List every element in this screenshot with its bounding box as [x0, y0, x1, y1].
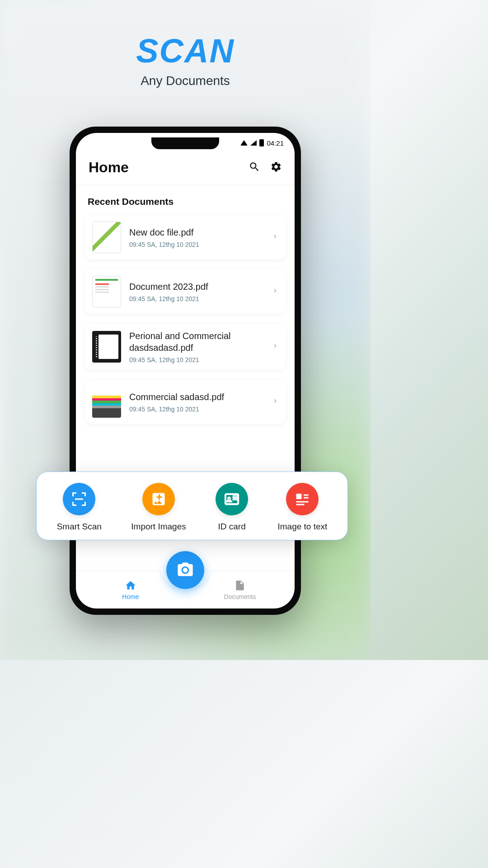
- svg-rect-3: [233, 499, 237, 500]
- phone-frame: 04:21 Home Recent Documents New doc file…: [70, 127, 301, 615]
- image-to-text-icon: [286, 483, 319, 515]
- action-label: Smart Scan: [57, 522, 102, 532]
- battery-icon: [259, 139, 264, 146]
- settings-icon[interactable]: [270, 161, 282, 175]
- document-thumbnail: [92, 331, 121, 363]
- chevron-right-icon[interactable]: [272, 288, 278, 296]
- chevron-right-icon[interactable]: [272, 233, 278, 241]
- action-sheet: Smart Scan Import Images ID card Image t…: [36, 472, 348, 540]
- svg-rect-2: [233, 497, 237, 498]
- app-header: Home: [76, 153, 295, 185]
- document-meta: 09:45 SA, 12thg 10 2021: [129, 241, 264, 248]
- documents-icon: [234, 580, 246, 591]
- document-title: New doc file.pdf: [129, 226, 264, 238]
- document-title: Document 2023.pdf: [129, 281, 264, 292]
- signal-icon: [250, 140, 257, 146]
- svg-point-1: [228, 497, 230, 499]
- document-title: Perional and Commercial dasdsadasd.pdf: [129, 330, 264, 354]
- document-card[interactable]: Commercial sadasd.pdf 09:45 SA, 12thg 10…: [85, 380, 286, 424]
- wifi-icon: [240, 140, 248, 146]
- action-image-to-text[interactable]: Image to text: [277, 483, 327, 532]
- hero-subtitle: Any Documents: [0, 74, 371, 88]
- svg-rect-9: [296, 504, 305, 505]
- svg-rect-6: [304, 495, 309, 496]
- chevron-right-icon[interactable]: [272, 398, 278, 406]
- svg-rect-5: [296, 494, 302, 499]
- document-meta: 09:45 SA, 12thg 10 2021: [129, 295, 264, 302]
- nav-documents-label: Documents: [224, 593, 256, 600]
- camera-fab[interactable]: [166, 551, 204, 589]
- action-import-images[interactable]: Import Images: [131, 483, 186, 532]
- nav-home[interactable]: Home: [94, 580, 167, 600]
- svg-rect-4: [227, 500, 231, 501]
- bottom-nav: Home Documents: [76, 571, 295, 609]
- document-meta: 09:45 SA, 12thg 10 2021: [129, 356, 264, 363]
- hero-title: SCAN: [0, 32, 371, 70]
- document-meta: 09:45 SA, 12thg 10 2021: [129, 406, 264, 413]
- search-icon[interactable]: [249, 161, 260, 175]
- action-smart-scan[interactable]: Smart Scan: [57, 483, 102, 532]
- home-icon: [125, 580, 136, 591]
- nav-home-label: Home: [122, 593, 139, 600]
- action-id-card[interactable]: ID card: [216, 483, 248, 532]
- document-card[interactable]: New doc file.pdf 09:45 SA, 12thg 10 2021: [85, 215, 286, 259]
- document-title: Commercial sadasd.pdf: [129, 391, 264, 403]
- camera-icon: [176, 561, 194, 579]
- document-thumbnail: [92, 222, 121, 253]
- document-thumbnail: [92, 276, 121, 307]
- status-time: 04:21: [267, 139, 284, 147]
- svg-rect-7: [304, 497, 309, 499]
- import-images-icon: [142, 483, 175, 515]
- document-thumbnail: [92, 386, 121, 418]
- id-card-icon: [216, 483, 248, 515]
- section-title: Recent Documents: [85, 196, 286, 207]
- page-title: Home: [89, 159, 249, 176]
- action-label: Import Images: [131, 522, 186, 532]
- document-card[interactable]: Perional and Commercial dasdsadasd.pdf 0…: [85, 324, 286, 370]
- action-label: ID card: [218, 522, 245, 532]
- hero-header: SCAN Any Documents: [0, 0, 371, 88]
- nav-documents[interactable]: Documents: [204, 580, 276, 600]
- status-bar: 04:21: [76, 133, 295, 153]
- smart-scan-icon: [63, 483, 95, 515]
- svg-rect-8: [296, 501, 309, 503]
- chevron-right-icon[interactable]: [272, 343, 278, 351]
- document-card[interactable]: Document 2023.pdf 09:45 SA, 12thg 10 202…: [85, 269, 286, 314]
- action-label: Image to text: [277, 522, 327, 532]
